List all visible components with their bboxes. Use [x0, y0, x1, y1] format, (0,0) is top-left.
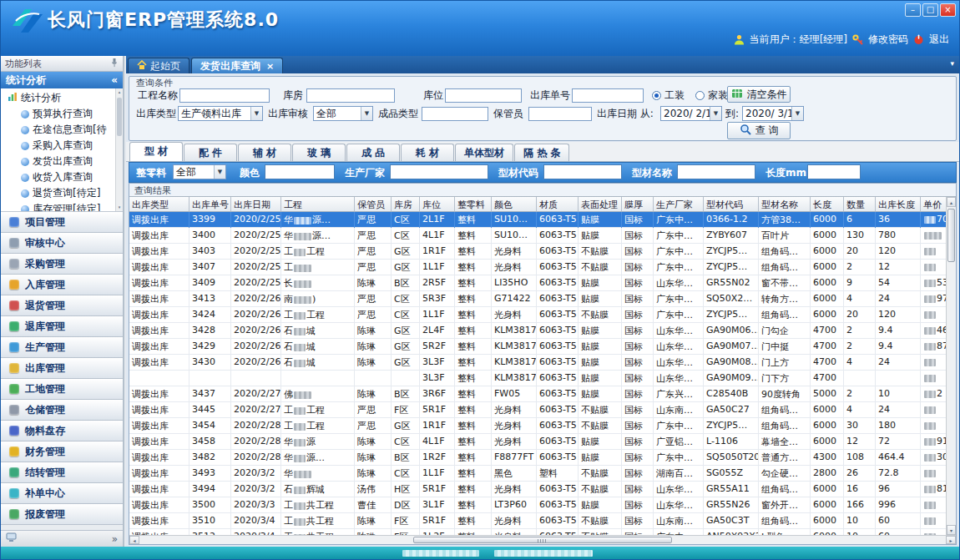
material-tab[interactable]: 辅 材	[238, 144, 291, 161]
minimize-button[interactable]: –	[905, 3, 921, 17]
sidebar-module[interactable]: 工地管理	[1, 379, 123, 400]
profile-name-input[interactable]	[677, 164, 755, 179]
date-from-select[interactable]: 2020/ 2/16 ▼	[660, 106, 722, 121]
column-header[interactable]: 单价	[921, 197, 946, 211]
tree-item[interactable]: 发货出库查询	[1, 154, 115, 169]
sidebar-module[interactable]: 结转管理	[1, 462, 123, 483]
keeper-input[interactable]	[528, 107, 592, 121]
date-to-select[interactable]: 2020/ 3/16 ▼	[742, 106, 804, 121]
table-row[interactable]: 调拨出库34822020/2/28华源…陈琳B区1R2F整料F8877FT606…	[129, 450, 946, 466]
sidebar-module[interactable]: 生产管理	[1, 337, 123, 358]
sidebar-module[interactable]: 物料盘存	[1, 421, 123, 441]
column-header[interactable]: 数量	[844, 197, 876, 211]
table-row[interactable]: 调拨出库35002020/3/3工共工程曹佳D区3L1F整料LT3P606063…	[129, 497, 946, 513]
radio-home[interactable]: 家装	[695, 88, 728, 103]
table-row[interactable]: 调拨出库34072020/2/25工严思G区1L1F整料光身料6063-T5不贴…	[129, 260, 946, 275]
scroll-up-icon[interactable]: ▴	[116, 88, 123, 96]
change-password-link[interactable]: 修改密码	[868, 33, 908, 47]
location-input[interactable]	[445, 88, 522, 103]
tab-home[interactable]: 起始页	[128, 58, 189, 73]
table-row[interactable]: 调拨出库35122020/3/4工共工程陈琳F区1L2F整料光身料6063-T5…	[129, 529, 946, 535]
monitor-icon[interactable]	[6, 532, 17, 545]
table-row[interactable]: 调拨出库34032020/2/25工工程严思G区1R1F整料光身料6063-T5…	[129, 244, 946, 260]
column-header[interactable]: 保管员	[355, 197, 392, 211]
maker-input[interactable]	[390, 164, 488, 179]
color-input[interactable]	[265, 164, 335, 179]
tree-item[interactable]: 库存管理[待定]	[1, 201, 115, 212]
tab-close-icon[interactable]: ×	[266, 61, 274, 72]
scroll-left-icon[interactable]: ◂	[129, 536, 139, 544]
material-tab[interactable]: 玻 璃	[292, 144, 346, 161]
logout-link[interactable]: 退出	[929, 33, 949, 47]
tab-shipment-out-query[interactable]: 发货出库查询 ×	[191, 58, 283, 73]
sidebar-module[interactable]: 补单中心	[1, 483, 123, 504]
maximize-button[interactable]: □	[922, 3, 938, 17]
scroll-down-icon[interactable]: ▾	[116, 204, 123, 211]
column-header[interactable]: 库位	[420, 197, 455, 211]
scroll-up-icon[interactable]: ▴	[947, 197, 956, 207]
column-header[interactable]: 整零料	[455, 197, 492, 211]
table-row[interactable]: 调拨出库34942020/3/2石辉城汤伟H区5R1F整料光身料6063-T5不…	[129, 482, 946, 497]
sidebar-module[interactable]: 财务管理	[1, 441, 123, 462]
scroll-thumb[interactable]	[117, 98, 122, 136]
audit-select[interactable]: 全部 ▼	[313, 106, 373, 121]
sidebar-module[interactable]: 审核中心	[1, 233, 123, 254]
column-header[interactable]: 长度	[811, 197, 844, 211]
table-row[interactable]: 调拨出库34242020/2/26工工程严思C区1L1F整料光身料6063-T5…	[129, 307, 946, 323]
scroll-right-icon[interactable]: ▸	[946, 536, 956, 544]
sidebar-group-statistics[interactable]: 统计分析 «	[1, 72, 123, 88]
tree-root-item[interactable]: 统计分析	[1, 90, 115, 106]
column-header[interactable]: 出库长度	[876, 197, 921, 211]
column-header[interactable]: 出库单号	[189, 197, 231, 211]
grid-vertical-scrollbar[interactable]: ▴ ▾	[946, 197, 956, 535]
material-tab[interactable]: 隔 热 条	[514, 144, 569, 161]
column-header[interactable]: 出库日期	[231, 197, 281, 211]
table-row[interactable]: 调拨出库34932020/3/2华陈琳C区1L1F整料黑色塑料不贴膜国标湖南百……	[129, 466, 946, 482]
column-header[interactable]: 膜厚	[622, 197, 654, 211]
length-input[interactable]	[807, 164, 861, 179]
table-row[interactable]: 调拨出库34132020/2/26南)严思C区5R3F整料G714226063-…	[129, 291, 946, 307]
table-row[interactable]: 调拨出库34542020/2/28工工程严思G区1R1F整料光身料6063-T5…	[129, 418, 946, 434]
out-type-select[interactable]: 生产领料出库 ▼	[178, 106, 263, 121]
pin-icon[interactable]	[110, 58, 119, 70]
product-type-input[interactable]	[422, 107, 488, 121]
table-row[interactable]: 调拨出库34372020/2/27佛陈琳B区3R6F整料FW056063-T5贴…	[129, 386, 946, 402]
table-row[interactable]: 调拨出库33992020/2/25华源…严思C区2L1F整料SU10…6063-…	[129, 212, 946, 228]
sidebar-module[interactable]: 出库管理	[1, 358, 123, 379]
close-button[interactable]: ×	[940, 3, 956, 17]
sidebar-module[interactable]: 仓储管理	[1, 400, 123, 421]
table-row[interactable]: 调拨出库34092020/2/25长陈琳B区2R5F整料LI35HO6063-T…	[129, 275, 946, 291]
sidebar-module[interactable]: 入库管理	[1, 275, 123, 295]
whole-part-select[interactable]: 全部 ▼	[173, 164, 226, 179]
scroll-thumb[interactable]	[947, 209, 955, 262]
scroll-down-icon[interactable]: ▾	[947, 525, 956, 535]
grid-horizontal-scrollbar[interactable]: ◂ ▸	[129, 535, 956, 544]
clear-conditions-button[interactable]: 清空条件	[727, 86, 791, 103]
table-row[interactable]: 3L3F整料KLM38176063-T5贴膜国标山东华…GA90M09…门下方4…	[129, 371, 946, 386]
tree-scrollbar[interactable]: ▴ ▾	[115, 88, 123, 211]
material-tab[interactable]: 成 品	[346, 144, 400, 161]
column-header[interactable]: 工程	[281, 197, 355, 211]
tree-item[interactable]: 采购入库查询	[1, 138, 115, 154]
profile-code-input[interactable]	[543, 164, 622, 179]
warehouse-input[interactable]	[306, 88, 395, 103]
column-header[interactable]: 型材代码	[704, 197, 759, 211]
column-header[interactable]: 材质	[537, 197, 579, 211]
material-tab[interactable]: 型 材	[129, 142, 183, 161]
column-header[interactable]: 库房	[392, 197, 420, 211]
search-button[interactable]: 查 询	[727, 122, 791, 139]
table-row[interactable]: 调拨出库34292020/2/26石城陈琳G区5R2F整料KLM38176063…	[129, 339, 946, 355]
sidebar-module[interactable]: 退货管理	[1, 295, 123, 316]
tree-item[interactable]: 在途信息查询[待	[1, 122, 115, 138]
column-header[interactable]: 表面处理	[579, 197, 622, 211]
material-tab[interactable]: 单体型材	[455, 144, 513, 161]
collapse-icon[interactable]: «	[111, 74, 118, 86]
sidebar-module[interactable]: 项目管理	[1, 212, 123, 233]
table-row[interactable]: 调拨出库34282020/2/26石城陈琳G区2L4F整料KLM38176063…	[129, 323, 946, 339]
sidebar-module[interactable]: 退库管理	[1, 316, 123, 337]
table-row[interactable]: 调拨出库34302020/2/26石城陈琳G区3L3F整料KLM38176063…	[129, 355, 946, 371]
sidebar-module[interactable]: 报废管理	[1, 504, 123, 525]
radio-industrial[interactable]: 工装	[652, 88, 685, 103]
order-no-input[interactable]	[572, 88, 644, 103]
column-header[interactable]: 颜色	[492, 197, 537, 211]
